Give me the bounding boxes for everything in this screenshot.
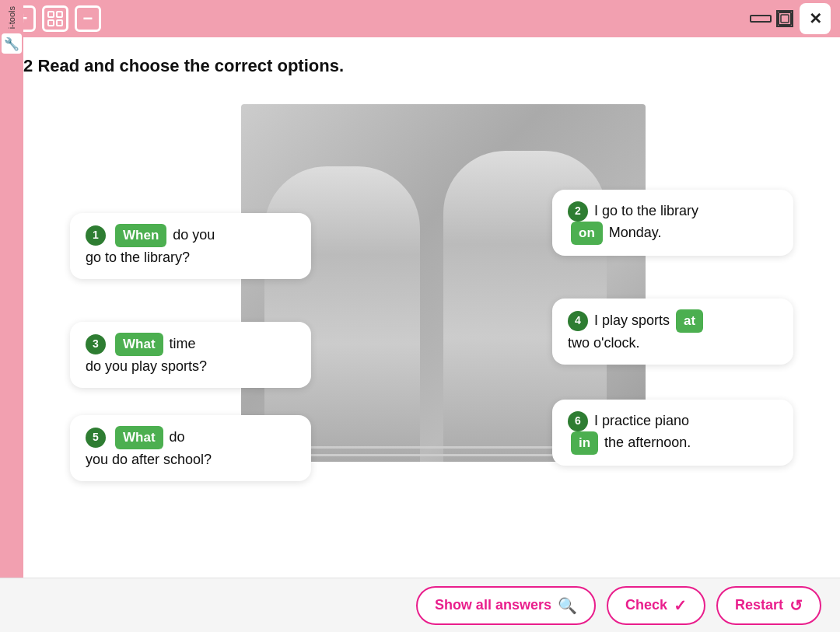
close-button[interactable]: ✕ [800,3,831,34]
bubble-3-line1: 3 What time [86,333,296,356]
bubble-6-text1: I practice piano [594,410,689,431]
bubble-2: 2 I go to the library on Monday. [552,190,793,256]
instruction-text: Read and choose the correct options. [37,56,344,75]
restart-button[interactable]: Restart ↺ [716,586,821,625]
bubble-6-line2: in the afternoon. [568,431,778,455]
badge-1: 1 [86,225,106,246]
answer-what-5[interactable]: What [115,426,163,449]
bubble-4-text1: I play sports [594,310,670,331]
bubble-5-text1: do [170,427,185,448]
bubble-3: 3 What time do you play sports? [70,322,311,388]
answer-what-3[interactable]: What [115,333,163,356]
bubble-5: 5 What do you do after school? [70,415,311,481]
bubble-1-text2: go to the library? [86,247,190,268]
bubble-4-line1: 4 I play sports at [568,309,778,333]
show-all-answers-label: Show all answers [435,597,551,613]
bubble-2-line2: on Monday. [568,222,778,245]
bottom-lines [280,438,591,462]
answer-at[interactable]: at [676,309,703,333]
grid-button[interactable] [42,5,68,32]
top-bar: + − ✕ [0,0,840,37]
check-button[interactable]: Check ✓ [607,586,705,625]
bubble-3-text1: time [170,333,196,354]
maximize-button[interactable] [776,10,793,27]
bubble-6-text2: the afternoon. [604,432,691,453]
svg-rect-5 [781,15,789,23]
bubble-1-text1: do you [173,225,215,246]
image-area: 1 When do you go to the library? 2 I go … [23,89,817,539]
bubble-1: 1 When do you go to the library? [70,213,311,279]
bubble-6: 6 I practice piano in the afternoon. [552,400,793,466]
instruction: 2 Read and choose the correct options. [23,56,817,76]
bubble-5-line1: 5 What do [86,426,296,449]
bubble-6-line1: 6 I practice piano [568,410,778,431]
bubble-5-text2: you do after school? [86,449,212,470]
bubble-1-line1: 1 When do you [86,224,296,247]
bubble-3-line2: do you play sports? [86,356,296,377]
main-content: 2 Read and choose the correct options. 1… [0,37,840,539]
search-icon: 🔍 [558,596,577,615]
show-all-answers-button[interactable]: Show all answers 🔍 [416,586,596,625]
answer-in[interactable]: in [571,431,598,455]
svg-rect-3 [57,20,62,26]
instruction-number: 2 [23,56,33,75]
top-bar-right: ✕ [750,3,831,34]
bubble-2-text2: Monday. [609,222,662,243]
itools-label: i-tools [7,6,16,29]
answer-on[interactable]: on [571,222,603,245]
restart-icon: ↺ [789,596,803,615]
minimize-button[interactable] [750,15,772,23]
bubble-3-text2: do you play sports? [86,356,207,377]
restart-label: Restart [735,597,783,613]
check-label: Check [625,597,667,613]
badge-4: 4 [568,311,588,331]
svg-rect-2 [48,20,54,26]
checkmark-icon: ✓ [674,596,687,615]
bottom-bar: Show all answers 🔍 Check ✓ Restart ↺ [0,578,840,632]
minus-button[interactable]: − [75,5,101,32]
bubble-1-line2: go to the library? [86,247,296,268]
badge-2: 2 [568,201,588,222]
svg-rect-0 [48,12,54,17]
bubble-2-text1: I go to the library [594,201,698,222]
badge-6: 6 [568,411,588,431]
badge-3: 3 [86,334,106,354]
svg-rect-1 [57,12,62,17]
bubble-2-line1: 2 I go to the library [568,201,778,222]
bubble-4: 4 I play sports at two o'clock. [552,299,793,365]
answer-when[interactable]: When [115,224,166,247]
bubble-4-text2: two o'clock. [568,333,639,354]
badge-5: 5 [86,428,106,448]
bubble-4-line2: two o'clock. [568,333,778,354]
bubble-5-line2: you do after school? [86,449,296,470]
